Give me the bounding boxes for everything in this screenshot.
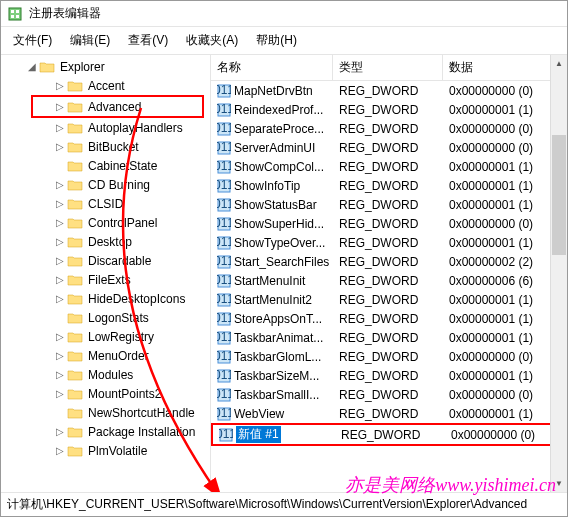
tree-node[interactable]: ▷Modules	[1, 365, 210, 384]
list-row[interactable]: 011StartMenuInit2REG_DWORD0x00000001 (1)	[211, 290, 567, 309]
expander-icon[interactable]: ▷	[53, 369, 67, 380]
tree-node[interactable]: ▷Discardable	[1, 251, 210, 270]
vertical-scrollbar[interactable]: ▲ ▼	[550, 55, 567, 492]
tree-node[interactable]: ▷MenuOrder	[1, 346, 210, 365]
tree-node[interactable]: ▷Desktop	[1, 232, 210, 251]
titlebar[interactable]: 注册表编辑器	[1, 1, 567, 27]
svg-text:011: 011	[217, 312, 231, 325]
svg-text:011: 011	[217, 350, 231, 363]
cell-name: 011StartMenuInit	[211, 273, 333, 289]
expander-icon[interactable]: ▷	[53, 217, 67, 228]
expander-icon[interactable]: ▷	[53, 198, 67, 209]
cell-name: 011SeparateProce...	[211, 121, 333, 137]
svg-text:011: 011	[217, 103, 231, 116]
expander-icon[interactable]: ▷	[53, 80, 67, 91]
list-row[interactable]: 011ShowInfoTipREG_DWORD0x00000001 (1)	[211, 176, 567, 195]
header-data[interactable]: 数据	[443, 55, 567, 80]
list-row[interactable]: 011ShowCompCol...REG_DWORD0x00000001 (1)	[211, 157, 567, 176]
expander-icon[interactable]: ▷	[53, 141, 67, 152]
list-row[interactable]: 011ShowStatusBarREG_DWORD0x00000001 (1)	[211, 195, 567, 214]
tree-node[interactable]: ▷MountPoints2	[1, 384, 210, 403]
svg-rect-4	[16, 15, 19, 18]
list-row[interactable]: 011MapNetDrvBtnREG_DWORD0x00000000 (0)	[211, 81, 567, 100]
expander-icon[interactable]: ◢	[25, 61, 39, 72]
menu-edit[interactable]: 编辑(E)	[62, 29, 118, 52]
list-row[interactable]: 011TaskbarSmallI...REG_DWORD0x00000000 (…	[211, 385, 567, 404]
list-pane[interactable]: 名称 类型 数据 011MapNetDrvBtnREG_DWORD0x00000…	[211, 55, 567, 492]
folder-icon	[67, 387, 83, 401]
tree-node[interactable]: NewShortcutHandle	[1, 403, 210, 422]
expander-icon[interactable]: ▷	[53, 255, 67, 266]
cell-data: 0x00000001 (1)	[443, 178, 567, 194]
cell-data: 0x00000000 (0)	[443, 140, 567, 156]
tree-label: Explorer	[58, 59, 107, 75]
dword-icon: 011	[217, 84, 231, 98]
tree-node[interactable]: CabinetState	[1, 156, 210, 175]
header-type[interactable]: 类型	[333, 55, 443, 80]
expander-icon[interactable]: ▷	[53, 101, 67, 112]
tree-label: MountPoints2	[86, 386, 163, 402]
expander-icon[interactable]: ▷	[53, 426, 67, 437]
tree-node[interactable]: ▷Package Installation	[1, 422, 210, 441]
cell-data: 0x00000000 (0)	[443, 216, 567, 232]
tree-node[interactable]: ▷CLSID	[1, 194, 210, 213]
menu-view[interactable]: 查看(V)	[120, 29, 176, 52]
expander-icon[interactable]: ▷	[53, 388, 67, 399]
expander-icon[interactable]: ▷	[53, 179, 67, 190]
tree-node[interactable]: ▷HideDesktopIcons	[1, 289, 210, 308]
list-row[interactable]: 011StoreAppsOnT...REG_DWORD0x00000001 (1…	[211, 309, 567, 328]
list-row[interactable]: 011ReindexedProf...REG_DWORD0x00000001 (…	[211, 100, 567, 119]
tree-label: LowRegistry	[86, 329, 156, 345]
menu-file[interactable]: 文件(F)	[5, 29, 60, 52]
tree-pane[interactable]: ◢ Explorer ▷Accent▷Advanced▷AutoplayHand…	[1, 55, 211, 492]
tree-node[interactable]: LogonStats	[1, 308, 210, 327]
list-row[interactable]: 011WebViewREG_DWORD0x00000001 (1)	[211, 404, 567, 423]
menu-favorites[interactable]: 收藏夹(A)	[178, 29, 246, 52]
folder-icon	[67, 311, 83, 325]
tree-node[interactable]: ▷AutoplayHandlers	[1, 118, 210, 137]
folder-icon	[67, 368, 83, 382]
list-row[interactable]: 011ServerAdminUIREG_DWORD0x00000000 (0)	[211, 138, 567, 157]
list-row[interactable]: 011SeparateProce...REG_DWORD0x00000000 (…	[211, 119, 567, 138]
tree-node[interactable]: ▷ControlPanel	[1, 213, 210, 232]
header-name[interactable]: 名称	[211, 55, 333, 80]
cell-data: 0x00000001 (1)	[443, 406, 567, 422]
menu-help[interactable]: 帮助(H)	[248, 29, 305, 52]
folder-icon	[67, 330, 83, 344]
folder-icon	[67, 140, 83, 154]
expander-icon[interactable]: ▷	[53, 350, 67, 361]
dword-icon: 011	[217, 274, 231, 288]
tree-node[interactable]: ▷LowRegistry	[1, 327, 210, 346]
expander-icon[interactable]: ▷	[53, 331, 67, 342]
folder-icon	[67, 216, 83, 230]
tree-node-explorer[interactable]: ◢ Explorer	[1, 57, 210, 76]
expander-icon[interactable]: ▷	[53, 445, 67, 456]
list-row[interactable]: 011TaskbarAnimat...REG_DWORD0x00000001 (…	[211, 328, 567, 347]
list-row[interactable]: 011ShowSuperHid...REG_DWORD0x00000000 (0…	[211, 214, 567, 233]
tree-node[interactable]: ▷FileExts	[1, 270, 210, 289]
expander-icon[interactable]: ▷	[53, 122, 67, 133]
tree-node[interactable]: ▷Accent	[1, 76, 210, 95]
tree-node[interactable]: ▷Advanced	[33, 97, 202, 116]
scroll-down-arrow[interactable]: ▼	[551, 475, 567, 492]
expander-icon[interactable]: ▷	[53, 293, 67, 304]
folder-icon	[67, 292, 83, 306]
list-row[interactable]: 011TaskbarSizeM...REG_DWORD0x00000001 (1…	[211, 366, 567, 385]
tree-node[interactable]: ▷BitBucket	[1, 137, 210, 156]
list-row[interactable]: 011StartMenuInitREG_DWORD0x00000006 (6)	[211, 271, 567, 290]
expander-icon[interactable]: ▷	[53, 236, 67, 247]
tree-node[interactable]: ▷CD Burning	[1, 175, 210, 194]
cell-type: REG_DWORD	[333, 197, 443, 213]
cell-name: 011StoreAppsOnT...	[211, 311, 333, 327]
tree-node[interactable]: ▷PlmVolatile	[1, 441, 210, 460]
list-row[interactable]: 011新值 #1REG_DWORD0x00000000 (0)	[213, 425, 565, 444]
tree-label: Discardable	[86, 253, 153, 269]
list-row[interactable]: 011Start_SearchFilesREG_DWORD0x00000002 …	[211, 252, 567, 271]
folder-icon	[67, 235, 83, 249]
scroll-up-arrow[interactable]: ▲	[551, 55, 567, 72]
list-row[interactable]: 011ShowTypeOver...REG_DWORD0x00000001 (1…	[211, 233, 567, 252]
folder-icon	[67, 349, 83, 363]
expander-icon[interactable]: ▷	[53, 274, 67, 285]
list-row[interactable]: 011TaskbarGlomL...REG_DWORD0x00000000 (0…	[211, 347, 567, 366]
scroll-thumb[interactable]	[552, 135, 566, 255]
